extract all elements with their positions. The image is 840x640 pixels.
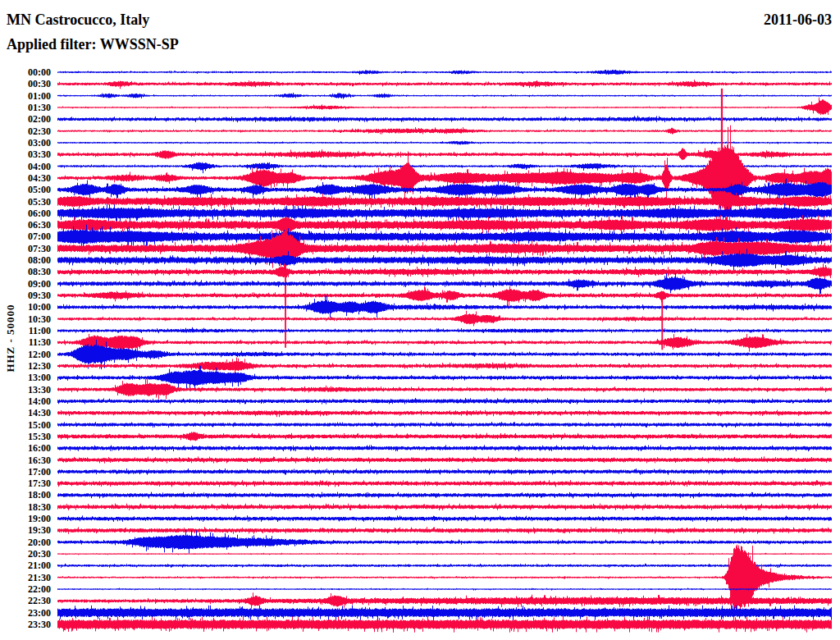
helicorder-traces-canvas <box>0 0 840 640</box>
helicorder-page: MN Castrocucco, Italy 2011-06-03 Applied… <box>0 0 840 640</box>
